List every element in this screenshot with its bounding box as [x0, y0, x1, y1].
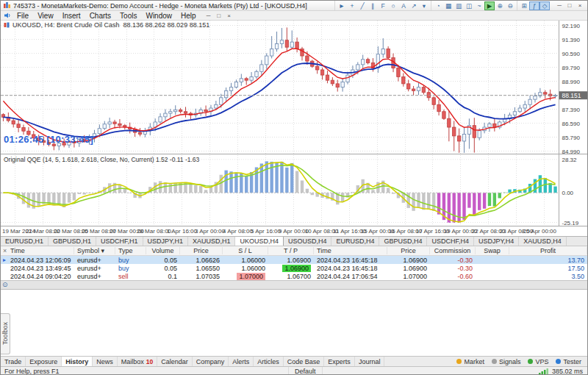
candle	[184, 112, 187, 113]
tab-mailbox[interactable]: Mailbox10	[118, 357, 157, 366]
col-header-time-0[interactable]: Time	[1, 247, 74, 254]
chart-tab-usdchf-h1[interactable]: USDCHF,H1	[96, 237, 143, 246]
service-tester[interactable]: Tester	[552, 358, 585, 365]
new-order-button[interactable]: ▦	[443, 1, 453, 10]
col-header-time-7[interactable]: Time	[314, 247, 387, 254]
col-header-t-p-6[interactable]: T / P	[268, 247, 314, 254]
menu-help[interactable]: Help	[176, 12, 201, 20]
menu-charts[interactable]: Charts	[85, 12, 115, 20]
chart-tab-xauusd-h1[interactable]: XAUUSD,H1	[188, 237, 236, 246]
chart-tab-usdchf-h4[interactable]: USDCHF,H4	[427, 237, 474, 246]
toolbox-vertical-tab[interactable]: Toolbox	[1, 313, 10, 354]
candle	[250, 76, 253, 80]
arrow-object-button[interactable]: ↗	[409, 1, 419, 10]
menu-tools[interactable]: Tools	[115, 12, 141, 20]
histogram-bar	[553, 187, 556, 193]
text-label-button[interactable]: A	[398, 1, 409, 10]
col-header-commission-9[interactable]: Commission	[430, 247, 476, 254]
menu-file[interactable]: File	[12, 12, 33, 20]
service-vps[interactable]: VPS	[524, 358, 552, 365]
candle	[315, 66, 318, 70]
qqe-fast-line	[3, 162, 555, 222]
child-minimize-button[interactable]: ─	[204, 12, 214, 20]
candle	[528, 99, 531, 104]
time-axis-label: 1 Apr 16:00	[167, 228, 197, 235]
minimize-button[interactable]: ─	[554, 1, 564, 10]
equidistant-channel-button[interactable]: ∥	[368, 1, 378, 10]
clock-button[interactable]: ◔	[433, 1, 443, 10]
col-header-s-l-5[interactable]: S / L	[223, 247, 268, 254]
tab-calendar[interactable]: Calendar	[157, 357, 193, 366]
shapes-button[interactable]: ○	[388, 1, 398, 10]
tab-trade[interactable]: Trade	[1, 357, 26, 366]
candle-chart-mode-button[interactable]: ◫	[464, 1, 474, 10]
histogram-bar	[432, 193, 435, 211]
chart-tab-gbpusd-h4[interactable]: GBPUSD,H4	[379, 237, 427, 246]
chart-tab-ukousd-h4[interactable]: UKOUSD,H4	[235, 237, 284, 246]
objects-list-button[interactable]: ◇	[539, 1, 550, 10]
histogram-bar	[47, 193, 50, 203]
menu-view[interactable]: View	[33, 12, 58, 20]
tab-experts[interactable]: Experts	[324, 357, 355, 366]
algo-trading-button[interactable]: ▶	[484, 1, 495, 10]
chart-tab-usdjpy-h1[interactable]: USDJPY,H1	[143, 237, 188, 246]
history-row-2[interactable]: 2024.04.24 09:04:20eurusd+sell0.11.07035…	[1, 272, 587, 280]
status-help-text: For Help, press F1	[1, 367, 289, 375]
child-close-button[interactable]: ×	[224, 12, 234, 20]
tab-company[interactable]: Company	[193, 357, 229, 366]
tab-history[interactable]: History	[62, 357, 93, 366]
history-summary-row[interactable]: ⊙ Profit: 33.50 Credit: 0.00 Deposit: 0.…	[1, 280, 587, 290]
bar-chart-mode-button[interactable]: ▥	[453, 1, 464, 10]
chart-tab-usousd-h4[interactable]: USOUSD,H4	[284, 237, 332, 246]
indicators-button[interactable]: ƒ	[529, 1, 539, 10]
status-profile[interactable]: Default	[289, 367, 323, 375]
crosshair-button[interactable]: +	[347, 1, 357, 10]
col-header-swap-10[interactable]: Swap	[476, 247, 509, 254]
trendline-button[interactable]: ╱	[357, 1, 368, 10]
tab-news[interactable]: News	[93, 357, 118, 366]
col-header-volume-3[interactable]: Volume	[146, 247, 180, 254]
history-cell-r1-c3: 0.05	[146, 265, 180, 272]
toolbox-tab-bar: TradeExposureHistoryNewsMailbox10Calenda…	[1, 356, 587, 366]
chart-tab-xauusd-h4[interactable]: XAUUSD,H4	[519, 237, 567, 246]
maximize-button[interactable]: □	[564, 1, 575, 10]
chart-tab-eurusd-h4[interactable]: EURUSD,H4	[331, 237, 379, 246]
col-header-price-8[interactable]: Price	[387, 247, 430, 254]
more-line-tools-button[interactable]: ▾	[419, 1, 429, 10]
notifications-speaker-icon[interactable]	[2, 12, 12, 19]
history-row-1[interactable]: 2024.04.23 13:49:45eurusd+buy0.051.06550…	[1, 264, 587, 272]
histogram-bar	[73, 193, 76, 200]
col-header-type-2[interactable]: Type	[115, 247, 146, 254]
tile-windows-button[interactable]: ⊞	[519, 1, 529, 10]
zoom-in-button[interactable]: ⊕	[495, 1, 505, 10]
tab-code-base[interactable]: Code Base	[284, 357, 325, 366]
menu-window[interactable]: Window	[141, 12, 176, 20]
col-header-symbol-1[interactable]: Symbol ▾	[74, 247, 115, 254]
chart-window[interactable]: 19 Mar 202421 Mar 08:0022 Mar 08:0025 Ma…	[1, 21, 588, 236]
zoom-out-button[interactable]: ⊖	[505, 1, 515, 10]
toolbar-group-view: ⊞ƒ◇	[517, 1, 551, 10]
chart-tab-usdjpy-h4[interactable]: USDJPY,H4	[474, 237, 519, 246]
col-header-price-4[interactable]: Price	[180, 247, 223, 254]
price-chart[interactable]: 19 Mar 202421 Mar 08:0022 Mar 08:0025 Ma…	[1, 21, 588, 236]
chart-tab-gbpusd-h1[interactable]: GBPUSD,H1	[49, 237, 96, 246]
menu-insert[interactable]: Insert	[58, 12, 85, 20]
tab-alerts[interactable]: Alerts	[229, 357, 254, 366]
col-header-profit-11[interactable]: Profit	[509, 247, 587, 254]
toolbox-close-icon[interactable]: ×	[3, 248, 7, 254]
child-restore-button[interactable]: □	[214, 12, 224, 20]
symbol-filter-icon[interactable]: ▾	[99, 247, 104, 254]
service-signals[interactable]: Signals	[488, 358, 525, 365]
service-market[interactable]: Market	[453, 358, 488, 365]
line-chart-mode-button[interactable]: ~	[474, 1, 484, 10]
tab-exposure[interactable]: Exposure	[26, 357, 62, 366]
candle	[265, 56, 268, 65]
cursor-button[interactable]: ►	[337, 1, 347, 10]
histogram-bar	[301, 180, 304, 193]
tab-articles[interactable]: Articles	[254, 357, 284, 366]
close-button[interactable]: ×	[575, 1, 585, 10]
fibonacci-button[interactable]: F	[378, 1, 388, 10]
tab-journal[interactable]: Journal	[355, 357, 385, 366]
history-row-0[interactable]: ▸2024.04.23 12:06:09eurusd+buy0.051.0662…	[1, 256, 587, 264]
chart-tab-eurusd-h1[interactable]: EURUSD,H1	[1, 237, 49, 246]
